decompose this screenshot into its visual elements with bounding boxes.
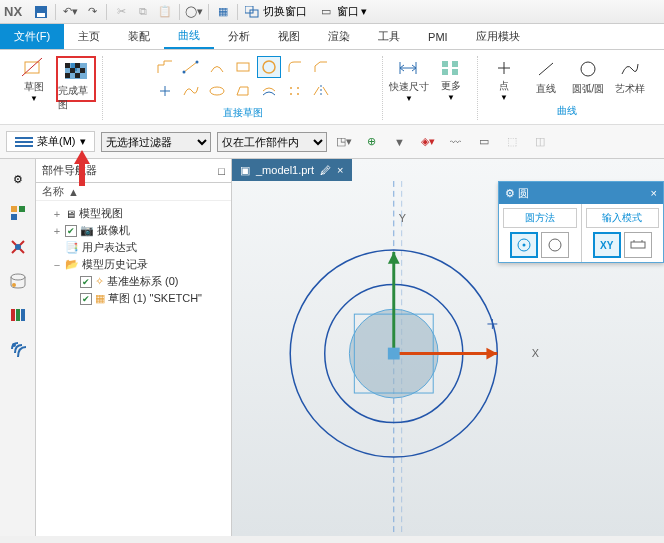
sketch-icon [21, 58, 47, 78]
tab-render[interactable]: 渲染 [314, 24, 364, 49]
copy-icon[interactable]: ⧉ [133, 2, 153, 22]
circle-method-col: 圆方法 [499, 204, 582, 262]
close-icon[interactable]: × [337, 164, 343, 176]
tab-view[interactable]: 视图 [264, 24, 314, 49]
tab-home[interactable]: 主页 [64, 24, 114, 49]
svg-point-60 [523, 244, 526, 247]
switch-window-label[interactable]: 切换窗口 [263, 4, 307, 19]
paste-icon[interactable]: 📋 [155, 2, 175, 22]
input-mode-label: 输入模式 [586, 208, 660, 228]
tree-model-view[interactable]: +🖥模型视图 [38, 205, 229, 222]
tree-user-expr[interactable]: 📑用户表达式 [38, 239, 229, 256]
polygon-icon[interactable] [231, 80, 255, 102]
rect-icon[interactable] [231, 56, 255, 78]
nav-tree: +🖥模型视图 +✔📷摄像机 📑用户表达式 −📂模型历史记录 ✔✧基准坐标系 (0… [36, 201, 231, 536]
switch-window-icon[interactable] [242, 2, 262, 22]
sel-mode-icon[interactable]: ◳▾ [333, 131, 355, 153]
close-panel-icon[interactable]: × [651, 187, 657, 199]
svg-rect-42 [11, 214, 17, 220]
circle-panel-title: 圆 [518, 187, 529, 199]
circle-icon[interactable] [257, 56, 281, 78]
assembly-nav-icon[interactable] [6, 201, 30, 225]
sel-box-icon[interactable]: ◫ [529, 131, 551, 153]
art-spline-button[interactable]: 艺术样 [610, 56, 650, 102]
svg-point-24 [297, 93, 299, 95]
fillet-icon[interactable] [283, 56, 307, 78]
xy-input-mode[interactable]: XY [593, 232, 621, 258]
finish-sketch-button[interactable]: 完成草图 [56, 56, 96, 102]
mirror-icon[interactable] [309, 80, 333, 102]
circle-panel-title-bar[interactable]: ⚙ 圆 × [499, 182, 663, 204]
tab-analyze[interactable]: 分析 [214, 24, 264, 49]
tab-tool[interactable]: 工具 [364, 24, 414, 49]
line-curve-icon [533, 58, 559, 80]
ellipse-icon[interactable] [205, 80, 229, 102]
tab-app-module[interactable]: 应用模块 [462, 24, 534, 49]
tab-curve[interactable]: 曲线 [164, 24, 214, 49]
center-radius-mode[interactable] [510, 232, 538, 258]
sel-wire-icon[interactable]: ⬚ [501, 131, 523, 153]
filter-select[interactable]: 无选择过滤器 [101, 132, 211, 152]
rapid-dim-button[interactable]: 快速尺寸▼ [389, 56, 429, 102]
tab-file[interactable]: 文件(F) [0, 24, 64, 49]
three-point-mode[interactable] [541, 232, 569, 258]
arc-icon[interactable] [205, 56, 229, 78]
scope-select[interactable]: 仅在工作部件内 [217, 132, 327, 152]
tree-datum[interactable]: ✔✧基准坐标系 (0) [38, 273, 229, 290]
finish-sketch-icon [63, 60, 89, 82]
tree-sketch-item[interactable]: ✔▦草图 (1) "SKETCH" [38, 290, 229, 307]
grid-icon[interactable]: ▦ [213, 2, 233, 22]
window-icon[interactable]: ▭ [316, 2, 336, 22]
web-icon[interactable] [6, 337, 30, 361]
tree-camera[interactable]: +✔📷摄像机 [38, 222, 229, 239]
svg-point-43 [15, 244, 21, 250]
param-input-mode[interactable] [624, 232, 652, 258]
document-tab[interactable]: ▣ _model1.prt 🖉 × [232, 159, 352, 181]
tree-history[interactable]: −📂模型历史记录 [38, 256, 229, 273]
reuse-library-icon[interactable] [6, 303, 30, 327]
more-button[interactable]: 更多▼ [431, 56, 471, 102]
spline-icon[interactable] [179, 80, 203, 102]
tab-pmi[interactable]: PMI [414, 24, 462, 49]
profile-icon[interactable] [153, 56, 177, 78]
sel-body-icon[interactable]: ▭ [473, 131, 495, 153]
selection-toolbar: 菜单(M) ▾ 无选择过滤器 仅在工作部件内 ◳▾ ⊕ ▼ ◈▾ 〰 ▭ ⬚ ◫ [0, 125, 664, 159]
sel-filter-icon[interactable]: ▼ [389, 131, 411, 153]
undo-icon[interactable]: ↶▾ [60, 2, 80, 22]
constraint-nav-icon[interactable] [6, 235, 30, 259]
sketch-button[interactable]: 草图 ▼ [14, 56, 54, 102]
svg-rect-8 [75, 63, 80, 68]
svg-rect-11 [65, 73, 70, 78]
point-button[interactable]: 点▼ [484, 56, 524, 102]
window-label[interactable]: 窗口 [337, 4, 359, 19]
svg-rect-48 [21, 309, 25, 321]
svg-point-61 [549, 239, 561, 251]
line-icon[interactable] [179, 56, 203, 78]
rapid-dim-icon [396, 58, 422, 78]
more-icon [438, 58, 464, 77]
history-icon[interactable] [6, 269, 30, 293]
sel-cross-icon[interactable]: ⊕ [361, 131, 383, 153]
graphics-area[interactable]: ▣ _model1.prt 🖉 × [232, 159, 664, 536]
svg-rect-46 [11, 309, 15, 321]
nav-settings-icon[interactable]: ⚙ [6, 167, 30, 191]
svg-rect-30 [452, 61, 458, 67]
circle-tool-icon[interactable]: ◯▾ [184, 2, 204, 22]
redo-icon[interactable]: ↷ [82, 2, 102, 22]
svg-rect-1 [37, 13, 45, 17]
menu-button[interactable]: 菜单(M) ▾ [6, 131, 95, 152]
svg-line-13 [184, 62, 197, 72]
point-tool-icon[interactable] [153, 80, 177, 102]
nav-pin-icon[interactable]: □ [218, 165, 225, 177]
sel-target-icon[interactable]: ◈▾ [417, 131, 439, 153]
line-button[interactable]: 直线 [526, 56, 566, 102]
cut-icon[interactable]: ✂ [111, 2, 131, 22]
sel-curve-icon[interactable]: 〰 [445, 131, 467, 153]
nav-column-name[interactable]: 名称 ▲ [36, 183, 231, 201]
chamfer-icon[interactable] [309, 56, 333, 78]
offset-icon[interactable] [257, 80, 281, 102]
tab-assemble[interactable]: 装配 [114, 24, 164, 49]
save-icon[interactable] [31, 2, 51, 22]
pattern-icon[interactable] [283, 80, 307, 102]
arc-button[interactable]: 圆弧/圆 [568, 56, 608, 102]
